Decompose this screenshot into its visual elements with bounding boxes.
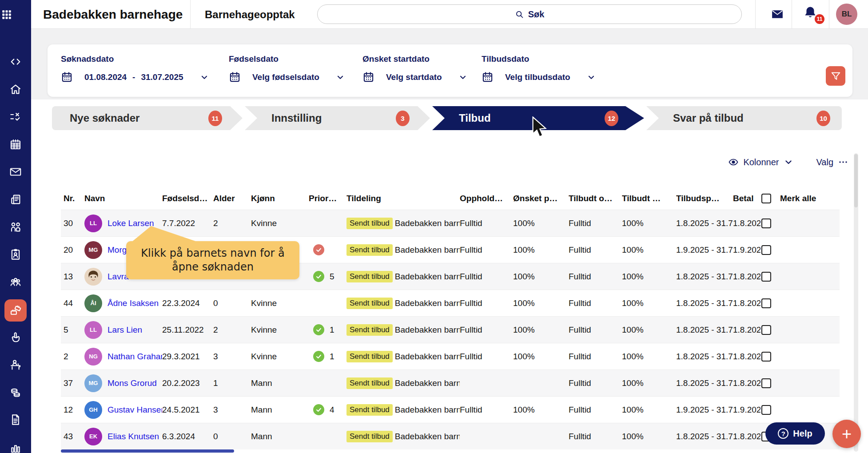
apply-filter-button[interactable] — [826, 66, 845, 86]
stage-bar: Nye søknader11Innstilling3Tilbud12Svar p… — [52, 106, 847, 130]
table-row[interactable]: 5LLLars Lien25.11.20222Kvinne1Sendt tilb… — [61, 316, 840, 343]
cell-alder: 2 — [213, 317, 251, 343]
sidebar-item-clipboard-person[interactable] — [0, 242, 31, 269]
notifications-button[interactable]: 11 — [803, 5, 821, 23]
cell-fodselsdato: 25.11.2022 — [162, 317, 213, 343]
cell-prioritet: 1 — [309, 343, 346, 370]
cell-prioritet — [309, 423, 346, 449]
cell-kjonn: Kvinne — [251, 290, 309, 316]
sidebar-item-document[interactable] — [0, 407, 31, 434]
add-button[interactable]: + — [832, 420, 861, 448]
fodselsdato-picker[interactable]: Velg fødselsdato — [229, 71, 345, 83]
sidebar-item-news[interactable] — [0, 187, 31, 214]
table-row[interactable]: 44ÅIÅdne Isaksen22.3.20240KvinneSendt ti… — [61, 290, 840, 316]
document-icon — [9, 413, 22, 428]
sidebar-item-coins[interactable] — [0, 379, 31, 407]
cell-fodselsdato: 24.5.2021 — [162, 397, 213, 423]
child-name-link[interactable]: Morg — [108, 245, 127, 255]
soknadsdato-picker[interactable]: 01.08.2024 - 31.07.2025 — [61, 71, 209, 83]
help-button[interactable]: ? Help — [765, 422, 825, 445]
user-avatar[interactable]: BL — [836, 4, 857, 25]
stage-tab-nye-s-knader[interactable]: Nye søknader11 — [52, 106, 243, 130]
table-row[interactable]: 12GHGustav Hansen24.5.20213Mann4Sendt ti… — [61, 396, 840, 423]
people-group-icon — [9, 275, 22, 290]
cell-onsket-prosent: 100% — [513, 290, 569, 316]
child-name-link[interactable]: Lavra — [108, 272, 129, 282]
valg-menu[interactable]: Valg — [816, 157, 848, 167]
column-header-6: Tildeling — [346, 187, 460, 210]
stage-tab-svar-p-tilbud[interactable]: Svar på tilbud10 — [646, 106, 842, 130]
row-checkbox[interactable] — [761, 272, 771, 282]
sidebar-item-hand-count[interactable] — [0, 324, 31, 352]
cell-nr: 5 — [61, 317, 84, 343]
onboarding-tooltip: Klikk på barnets navn for å åpne søknade… — [126, 241, 299, 279]
table-row[interactable]: 37MGMons Grorud20.2.20231MannSendt tilbu… — [61, 370, 840, 396]
sidebar-item-people-group[interactable] — [0, 269, 31, 297]
barnehage-name: Badebakken barnehage — [395, 298, 460, 308]
startdato-picker[interactable]: Velg startdato — [362, 71, 468, 83]
child-name-link[interactable]: Ådne Isaksen — [108, 298, 159, 308]
row-checkbox[interactable] — [761, 298, 771, 308]
cell-tildeling: Sendt tilbudBadebakken barnehage — [346, 370, 460, 396]
date-separator: - — [132, 72, 135, 82]
sidebar-item-people-pair[interactable] — [0, 214, 31, 242]
apps-grid-icon[interactable] — [0, 0, 13, 29]
cell-prioritet: 1 — [309, 317, 346, 343]
child-name-link[interactable]: Mons Grorud — [108, 378, 157, 388]
sidebar-item-mail[interactable] — [0, 159, 31, 187]
stage-tab-label: Svar på tilbud — [673, 112, 744, 124]
mail-icon — [9, 165, 22, 180]
row-checkbox[interactable] — [761, 325, 771, 335]
cell-nr: 13 — [61, 263, 84, 290]
filter-soknadsdato: Søknadsdato 01.08.2024 - 31.07.2025 — [61, 54, 209, 83]
sidebar-item-home[interactable] — [0, 76, 31, 104]
sidebar-item-code[interactable] — [0, 49, 31, 76]
table-controls: Kolonner Valg — [31, 157, 848, 167]
kolonner-dropdown[interactable]: Kolonner — [728, 157, 794, 167]
table-row[interactable]: 43EKElias Knutsen6.3.20240MannSendt tilb… — [61, 423, 840, 449]
cell-navn: MGMons Grorud — [84, 370, 162, 396]
search-placeholder: Søk — [528, 9, 545, 20]
sidebar-item-tasks[interactable] — [0, 104, 31, 131]
coins-icon — [9, 385, 22, 401]
messages-button[interactable] — [769, 6, 785, 22]
filter-fodselsdato: Fødselsdato Velg fødselsdato — [229, 54, 345, 83]
sidebar-item-reception-desk[interactable] — [0, 352, 31, 379]
child-name-link[interactable]: Nathan Graham — [108, 352, 162, 362]
question-icon: ? — [778, 428, 788, 439]
cell-betalingsdato: 1.8.2025 — [733, 290, 760, 316]
horizontal-scrollbar[interactable] — [61, 449, 234, 453]
tilbudsdato-picker[interactable]: Velg tilbudsdato — [482, 71, 596, 83]
search-input[interactable]: Søk — [317, 4, 742, 24]
row-checkbox[interactable] — [761, 245, 771, 255]
sidebar-item-bar-chart[interactable] — [0, 434, 31, 453]
cell-betalingsdato: 1.9.2025 — [733, 237, 760, 263]
cell-oppholdstype: Fulltid — [460, 237, 513, 263]
cell-tilbudt-prosent: 100% — [622, 343, 676, 370]
row-checkbox[interactable] — [761, 352, 771, 362]
row-checkbox[interactable] — [761, 378, 771, 388]
priority-number: 4 — [330, 405, 334, 415]
cell-nr: 30 — [61, 210, 84, 236]
row-checkbox[interactable] — [761, 405, 771, 415]
cell-tilbudsperiode: 1.8.2025 - 31.7.2026 — [676, 317, 733, 343]
cell-tilbudsperiode: 1.8.2025 - 31.7.2026 — [676, 343, 733, 370]
stage-tab-label: Tilbud — [459, 112, 491, 124]
table-row[interactable]: 2NGNathan Graham29.3.20213Kvinne1Sendt t… — [61, 343, 840, 370]
sidebar-item-blocks[interactable] — [0, 297, 31, 324]
cell-oppholdstype: Fulltid — [460, 290, 513, 316]
cell-tilbudsperiode: 1.8.2025 - 31.7.2026 — [676, 263, 733, 290]
row-checkbox[interactable] — [761, 219, 771, 228]
stage-tab-innstilling[interactable]: Innstilling3 — [245, 106, 430, 130]
vertical-scrollbar[interactable] — [854, 153, 858, 452]
child-name-link[interactable]: Elias Knutsen — [108, 432, 159, 441]
child-name-link[interactable]: Gustav Hansen — [108, 405, 162, 415]
code-icon — [9, 55, 22, 70]
sidebar-item-calendar[interactable] — [0, 131, 31, 159]
select-all-checkbox[interactable] — [761, 194, 771, 203]
reception-desk-icon — [9, 358, 22, 373]
cell-oppholdstype — [460, 423, 513, 449]
column-header-4: Kjønn — [251, 187, 309, 210]
child-name-link[interactable]: Lars Lien — [108, 325, 142, 335]
cell-prioritet — [309, 290, 346, 316]
